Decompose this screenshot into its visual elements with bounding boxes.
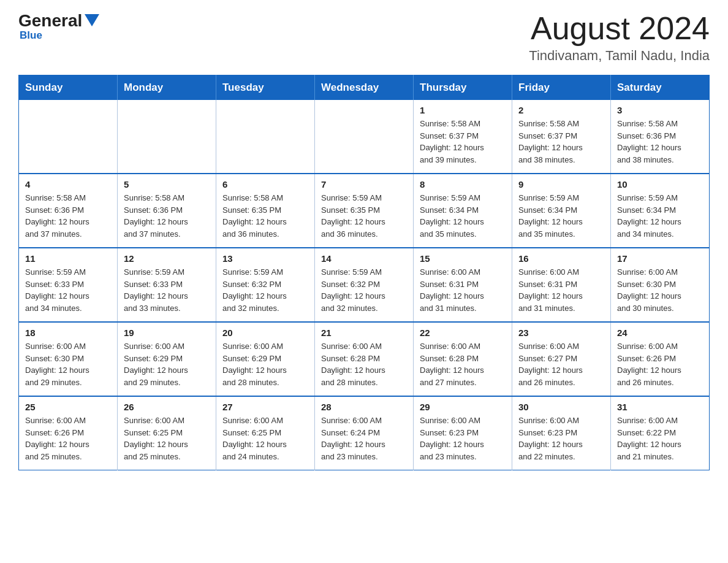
day-number: 22 (420, 327, 506, 338)
day-info: Sunrise: 5:59 AMSunset: 6:33 PMDaylight:… (25, 266, 111, 314)
day-info: Sunrise: 6:00 AMSunset: 6:28 PMDaylight:… (321, 340, 407, 388)
day-info: Sunrise: 5:58 AMSunset: 6:36 PMDaylight:… (25, 192, 111, 240)
day-info: Sunrise: 6:00 AMSunset: 6:31 PMDaylight:… (420, 266, 506, 314)
weekday-header-sunday: Sunday (19, 75, 118, 101)
day-cell: 24Sunrise: 6:00 AMSunset: 6:26 PMDayligh… (611, 322, 710, 396)
weekday-header-saturday: Saturday (611, 75, 710, 101)
day-cell: 21Sunrise: 6:00 AMSunset: 6:28 PMDayligh… (315, 322, 414, 396)
day-cell: 26Sunrise: 6:00 AMSunset: 6:25 PMDayligh… (118, 396, 216, 470)
day-number: 7 (321, 179, 407, 190)
day-cell (216, 100, 315, 174)
day-cell: 27Sunrise: 6:00 AMSunset: 6:25 PMDayligh… (216, 396, 315, 470)
week-row-4: 18Sunrise: 6:00 AMSunset: 6:30 PMDayligh… (19, 322, 710, 396)
logo-general-text: General (18, 12, 82, 29)
day-info: Sunrise: 5:59 AMSunset: 6:33 PMDaylight:… (124, 266, 210, 314)
day-number: 21 (321, 327, 407, 338)
day-info: Sunrise: 6:00 AMSunset: 6:29 PMDaylight:… (222, 340, 308, 388)
day-info: Sunrise: 6:00 AMSunset: 6:23 PMDaylight:… (518, 415, 604, 462)
weekday-header-friday: Friday (512, 75, 611, 101)
day-cell: 16Sunrise: 6:00 AMSunset: 6:31 PMDayligh… (512, 248, 611, 322)
day-number: 29 (420, 402, 506, 412)
day-number: 4 (25, 179, 111, 190)
weekday-header-thursday: Thursday (414, 75, 512, 101)
day-number: 11 (25, 253, 111, 264)
day-cell: 18Sunrise: 6:00 AMSunset: 6:30 PMDayligh… (19, 322, 118, 396)
day-number: 25 (25, 402, 111, 412)
location-subtitle: Tindivanam, Tamil Nadu, India (529, 48, 710, 64)
day-number: 14 (321, 253, 407, 264)
day-number: 9 (518, 179, 604, 190)
day-number: 30 (518, 402, 604, 412)
weekday-header-monday: Monday (118, 75, 216, 101)
weekday-header-wednesday: Wednesday (315, 75, 414, 101)
day-number: 1 (420, 105, 506, 115)
day-cell: 1Sunrise: 5:58 AMSunset: 6:37 PMDaylight… (414, 100, 512, 174)
day-info: Sunrise: 6:00 AMSunset: 6:25 PMDaylight:… (222, 415, 308, 462)
day-cell: 15Sunrise: 6:00 AMSunset: 6:31 PMDayligh… (414, 248, 512, 322)
day-cell: 31Sunrise: 6:00 AMSunset: 6:22 PMDayligh… (611, 396, 710, 470)
day-number: 10 (617, 179, 703, 190)
calendar-body: 1Sunrise: 5:58 AMSunset: 6:37 PMDaylight… (19, 100, 710, 470)
day-number: 18 (25, 327, 111, 338)
day-number: 8 (420, 179, 506, 190)
day-number: 13 (222, 253, 308, 264)
title-area: August 2024 Tindivanam, Tamil Nadu, Indi… (529, 12, 710, 64)
day-number: 15 (420, 253, 506, 264)
day-number: 28 (321, 402, 407, 412)
day-info: Sunrise: 6:00 AMSunset: 6:29 PMDaylight:… (124, 340, 210, 388)
day-cell: 12Sunrise: 5:59 AMSunset: 6:33 PMDayligh… (118, 248, 216, 322)
day-info: Sunrise: 5:59 AMSunset: 6:32 PMDaylight:… (321, 266, 407, 314)
day-cell: 25Sunrise: 6:00 AMSunset: 6:26 PMDayligh… (19, 396, 118, 470)
day-info: Sunrise: 6:00 AMSunset: 6:30 PMDaylight:… (25, 340, 111, 388)
day-info: Sunrise: 6:00 AMSunset: 6:25 PMDaylight:… (124, 415, 210, 462)
day-number: 16 (518, 253, 604, 264)
day-cell: 14Sunrise: 5:59 AMSunset: 6:32 PMDayligh… (315, 248, 414, 322)
day-info: Sunrise: 6:00 AMSunset: 6:23 PMDaylight:… (420, 415, 506, 462)
day-cell: 23Sunrise: 6:00 AMSunset: 6:27 PMDayligh… (512, 322, 611, 396)
day-info: Sunrise: 6:00 AMSunset: 6:28 PMDaylight:… (420, 340, 506, 388)
logo: General Blue (18, 12, 99, 42)
day-cell (118, 100, 216, 174)
week-row-2: 4Sunrise: 5:58 AMSunset: 6:36 PMDaylight… (19, 174, 710, 248)
week-row-1: 1Sunrise: 5:58 AMSunset: 6:37 PMDaylight… (19, 100, 710, 174)
month-title: August 2024 (529, 12, 710, 44)
day-info: Sunrise: 5:58 AMSunset: 6:37 PMDaylight:… (518, 118, 604, 166)
day-info: Sunrise: 6:00 AMSunset: 6:30 PMDaylight:… (617, 266, 703, 314)
day-info: Sunrise: 6:00 AMSunset: 6:26 PMDaylight:… (617, 340, 703, 388)
day-info: Sunrise: 5:59 AMSunset: 6:34 PMDaylight:… (518, 192, 604, 240)
day-info: Sunrise: 6:00 AMSunset: 6:24 PMDaylight:… (321, 415, 407, 462)
day-number: 19 (124, 327, 210, 338)
logo-blue-text: Blue (20, 29, 42, 42)
day-cell: 8Sunrise: 5:59 AMSunset: 6:34 PMDaylight… (414, 174, 512, 248)
day-number: 24 (617, 327, 703, 338)
day-info: Sunrise: 5:58 AMSunset: 6:36 PMDaylight:… (617, 118, 703, 166)
day-cell: 5Sunrise: 5:58 AMSunset: 6:36 PMDaylight… (118, 174, 216, 248)
day-info: Sunrise: 6:00 AMSunset: 6:31 PMDaylight:… (518, 266, 604, 314)
day-info: Sunrise: 5:58 AMSunset: 6:35 PMDaylight:… (222, 192, 308, 240)
day-info: Sunrise: 5:59 AMSunset: 6:35 PMDaylight:… (321, 192, 407, 240)
day-number: 17 (617, 253, 703, 264)
day-cell: 3Sunrise: 5:58 AMSunset: 6:36 PMDaylight… (611, 100, 710, 174)
day-cell: 22Sunrise: 6:00 AMSunset: 6:28 PMDayligh… (414, 322, 512, 396)
day-cell (315, 100, 414, 174)
day-info: Sunrise: 5:59 AMSunset: 6:34 PMDaylight:… (420, 192, 506, 240)
day-cell: 28Sunrise: 6:00 AMSunset: 6:24 PMDayligh… (315, 396, 414, 470)
day-cell: 19Sunrise: 6:00 AMSunset: 6:29 PMDayligh… (118, 322, 216, 396)
day-number: 27 (222, 402, 308, 412)
day-cell (19, 100, 118, 174)
day-cell: 9Sunrise: 5:59 AMSunset: 6:34 PMDaylight… (512, 174, 611, 248)
day-info: Sunrise: 5:58 AMSunset: 6:36 PMDaylight:… (124, 192, 210, 240)
day-info: Sunrise: 5:59 AMSunset: 6:32 PMDaylight:… (222, 266, 308, 314)
day-cell: 17Sunrise: 6:00 AMSunset: 6:30 PMDayligh… (611, 248, 710, 322)
day-info: Sunrise: 6:00 AMSunset: 6:26 PMDaylight:… (25, 415, 111, 462)
day-number: 20 (222, 327, 308, 338)
day-info: Sunrise: 5:58 AMSunset: 6:37 PMDaylight:… (420, 118, 506, 166)
day-cell: 30Sunrise: 6:00 AMSunset: 6:23 PMDayligh… (512, 396, 611, 470)
day-number: 26 (124, 402, 210, 412)
day-number: 5 (124, 179, 210, 190)
day-number: 31 (617, 402, 703, 412)
day-cell: 29Sunrise: 6:00 AMSunset: 6:23 PMDayligh… (414, 396, 512, 470)
week-row-3: 11Sunrise: 5:59 AMSunset: 6:33 PMDayligh… (19, 248, 710, 322)
day-cell: 2Sunrise: 5:58 AMSunset: 6:37 PMDaylight… (512, 100, 611, 174)
logo-triangle-icon (85, 14, 99, 26)
